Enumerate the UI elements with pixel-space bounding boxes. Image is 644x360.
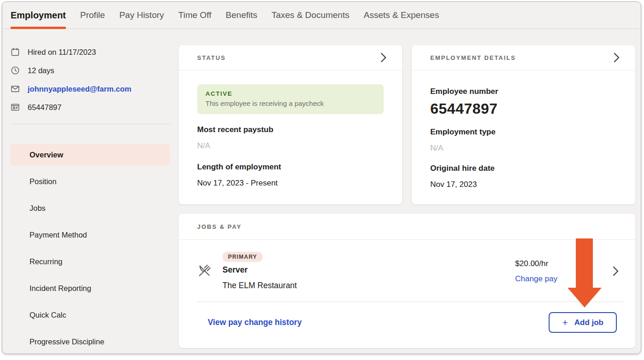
sidebar-item-jobs[interactable]: Jobs	[11, 197, 170, 219]
job-row-server[interactable]: PRIMARY Server The ELM Restaurant $20.00…	[179, 240, 635, 290]
main-content: STATUS ACTIVE This employee is receiving…	[179, 45, 635, 348]
employment-type-label: Employment type	[430, 128, 617, 137]
status-chevron-right-icon[interactable]	[381, 52, 386, 63]
job-title: Server	[222, 265, 297, 275]
status-description: This employee is receiving a paycheck	[205, 99, 375, 107]
annotation-arrow-icon	[568, 238, 602, 308]
change-pay-link[interactable]: Change pay	[515, 274, 557, 284]
top-tab-bar: Employment Profile Pay History Time Off …	[2, 2, 641, 29]
jobs-pay-card: JOBS & PAY PRIMARY Server The ELM Restau…	[179, 214, 635, 348]
hired-date-text: Hired on 11/17/2023	[28, 48, 96, 57]
employee-number-label: Employee number	[430, 87, 617, 96]
pay-rate: $20.00/hr	[515, 259, 557, 268]
tab-assets-expenses[interactable]: Assets & Expenses	[363, 2, 439, 29]
employment-details-card: EMPLOYMENT DETAILS Employee number 65447…	[412, 45, 635, 204]
sidebar-item-recurring[interactable]: Recurring	[11, 250, 170, 273]
employee-email-link[interactable]: johnnyappleseed@farm.com	[28, 85, 131, 93]
utensils-icon	[197, 264, 211, 278]
sidebar-item-quick-calc[interactable]: Quick Calc	[11, 304, 170, 326]
job-info: PRIMARY Server The ELM Restaurant	[222, 252, 297, 290]
add-job-button-label: Add job	[574, 318, 603, 327]
calendar-icon	[11, 47, 20, 57]
sidebar-item-overview[interactable]: Overview	[11, 144, 170, 166]
employment-type-value: N/A	[430, 144, 617, 153]
pay-block: $20.00/hr Change pay	[515, 259, 557, 284]
employment-length-value: Nov 17, 2023 - Present	[197, 179, 384, 188]
paystub-label: Most recent paystub	[197, 125, 384, 134]
sidebar-item-progressive-discipline[interactable]: Progressive Discipline	[11, 331, 170, 353]
sidebar-divider	[11, 124, 170, 124]
original-hire-date-value: Nov 17, 2023	[430, 180, 617, 189]
job-chevron-right-icon[interactable]	[613, 266, 619, 276]
employee-number-value: 65447897	[430, 100, 617, 117]
primary-badge: PRIMARY	[222, 252, 263, 262]
email-row: johnnyappleseed@farm.com	[11, 83, 170, 94]
employee-id-row: 65447897	[11, 102, 170, 113]
id-card-icon	[11, 103, 20, 112]
tab-profile[interactable]: Profile	[80, 2, 105, 29]
tenure-row: 12 days	[11, 65, 170, 76]
employment-length-label: Length of employment	[197, 163, 384, 172]
add-job-button[interactable]: + Add job	[549, 312, 617, 333]
tab-time-off[interactable]: Time Off	[178, 2, 211, 29]
paystub-value: N/A	[197, 141, 384, 151]
view-pay-change-history-link[interactable]: View pay change history	[208, 318, 302, 327]
active-status-banner: ACTIVE This employee is receiving a payc…	[197, 84, 384, 114]
status-card-title: STATUS	[197, 54, 226, 61]
sidebar-item-position[interactable]: Position	[11, 170, 170, 192]
sidebar-item-incident-reporting[interactable]: Incident Reporting	[11, 277, 170, 299]
tab-pay-history[interactable]: Pay History	[119, 2, 164, 29]
employee-sidebar: Hired on 11/17/2023 12 days johnnyapples…	[11, 46, 170, 354]
tab-benefits[interactable]: Benefits	[226, 2, 258, 29]
employee-id-text: 65447897	[28, 103, 61, 112]
sidebar-item-payment-method[interactable]: Payment Method	[11, 224, 170, 246]
tenure-text: 12 days	[28, 66, 54, 75]
tab-employment[interactable]: Employment	[11, 2, 66, 29]
tab-taxes-documents[interactable]: Taxes & Documents	[271, 2, 349, 29]
employee-profile-window: Employment Profile Pay History Time Off …	[2, 1, 641, 354]
original-hire-date-label: Original hire date	[430, 164, 617, 173]
hired-date-row: Hired on 11/17/2023	[11, 46, 170, 58]
status-badge: ACTIVE	[205, 90, 375, 97]
jobs-card-title: JOBS & PAY	[197, 223, 242, 230]
sidebar-menu: Overview Position Jobs Payment Method Re…	[11, 144, 170, 353]
envelope-icon	[11, 84, 20, 93]
details-chevron-right-icon[interactable]	[614, 52, 620, 63]
details-card-title: EMPLOYMENT DETAILS	[430, 54, 516, 61]
status-card: STATUS ACTIVE This employee is receiving…	[179, 45, 402, 204]
clock-icon	[11, 66, 20, 75]
plus-icon: +	[562, 318, 568, 327]
job-location: The ELM Restaurant	[222, 281, 297, 290]
